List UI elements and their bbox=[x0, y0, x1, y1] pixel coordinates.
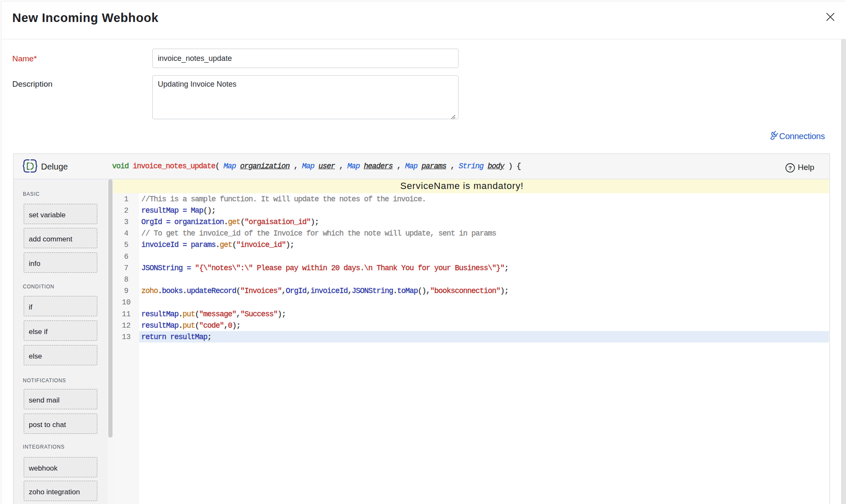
svg-text:?: ? bbox=[788, 165, 792, 171]
